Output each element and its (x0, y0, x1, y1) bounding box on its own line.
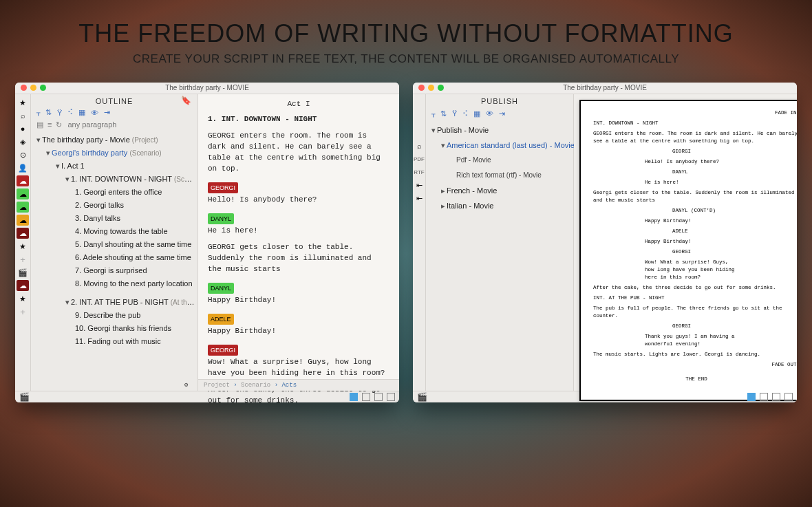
close-icon[interactable] (418, 85, 425, 91)
slugline[interactable]: 1. INT. DOWNTOWN - NIGHT (208, 114, 389, 125)
eye-icon[interactable]: 👁 (486, 109, 493, 118)
tree-scene1[interactable]: ▾1. INT. DOWNTOWN - NIGHT (Scene 1) (34, 173, 195, 186)
action-para[interactable]: GEORGI enters the room. The room is dark… (208, 130, 389, 174)
clapboard-icon[interactable]: 🎬 (417, 392, 427, 402)
list-icon[interactable]: ▤ (36, 120, 43, 129)
user-icon[interactable]: 👤 (17, 162, 29, 173)
action2-icon[interactable]: ★ (17, 293, 29, 304)
clapboard-icon[interactable]: 🎬 (19, 392, 30, 402)
bookmark-icon[interactable]: ◈ (17, 136, 29, 147)
outline-tree[interactable]: ▾The birthday party - Movie (Project) ▾G… (31, 132, 197, 391)
layout-toggle-1[interactable] (747, 393, 756, 401)
search-icon[interactable]: ⌕ (17, 110, 29, 121)
tree-act1[interactable]: ▾I. Act 1 (34, 160, 195, 173)
dialogue-line[interactable]: Wow! What a surprise! Guys, how long hav… (208, 356, 389, 378)
fade-in: FADE IN: (593, 109, 797, 117)
character-tag-danyl[interactable]: DANYL (208, 283, 234, 294)
editor-breadcrumb: ⚙ Project › Scenario › Acts (198, 379, 399, 391)
maximize-icon[interactable] (438, 85, 444, 91)
publish-tree[interactable]: ▾Publish - Movie ▾American standard (las… (426, 120, 573, 391)
share-icon[interactable]: ⠪ (67, 108, 73, 117)
expand-icon[interactable]: ⇅ (45, 108, 52, 117)
character-tag-georgi[interactable]: GEORGI (208, 345, 238, 356)
window-publish: The birthday party - MOVIE ⌕ PDF RTF ⇤ ⇤… (413, 83, 797, 402)
branch-icon[interactable]: Ÿ (57, 109, 62, 117)
tree-beat[interactable]: 11. Fading out with music (34, 335, 195, 348)
expand-icon[interactable]: ⇅ (440, 109, 447, 118)
publish-rtf[interactable]: Rich text format (rtf) - Movie (429, 168, 570, 183)
tree-beat[interactable]: 1. Georgi enters the office (34, 186, 195, 199)
tree-scenario[interactable]: ▾Georgi's birthday party (Scenario) (34, 147, 195, 160)
publish-pdf[interactable]: Pdf - Movie (429, 153, 570, 168)
export-icon[interactable]: ⇥ (499, 109, 505, 118)
grid-icon[interactable]: ▦ (473, 109, 480, 118)
eye-icon[interactable]: 👁 (91, 109, 98, 117)
dialogue-red-icon[interactable]: ☁ (17, 175, 29, 186)
tree-project[interactable]: ▾The birthday party - Movie (Project) (34, 133, 195, 147)
dialogue-orange-icon[interactable]: ☁ (17, 215, 29, 226)
close-icon[interactable] (21, 85, 27, 91)
pdf-icon[interactable]: PDF (413, 153, 425, 164)
publish-root[interactable]: ▾Publish - Movie (429, 122, 570, 138)
tree-icon[interactable]: ᚁ (431, 109, 435, 118)
the-end: THE END (593, 376, 797, 383)
tree-beat[interactable]: 3. Danyl talks (34, 212, 195, 225)
publish-italian[interactable]: ▸Italian - Movie (429, 198, 570, 213)
add-icon[interactable]: + (17, 254, 29, 265)
share-icon[interactable]: ⠪ (462, 109, 468, 118)
running-icon[interactable]: ★ (17, 97, 29, 108)
tree-scene2[interactable]: ▾2. INT. AT THE PUB - NIGHT (At the pub) (34, 296, 195, 309)
action-para[interactable]: GEORGI gets closer to the table. Suddenl… (208, 241, 389, 274)
layout-toggle-4[interactable] (784, 393, 793, 401)
character: DANYL (CONT'D) (672, 207, 797, 215)
lines-icon[interactable]: ≡ (47, 120, 52, 129)
search-icon[interactable]: ⌕ (413, 140, 425, 151)
title-bar: The birthday party - MOVIE (413, 83, 797, 94)
dialogue-line[interactable]: Happy Birthday! (208, 325, 389, 336)
export-icon[interactable]: ⇥ (104, 108, 110, 117)
dialogue-green2-icon[interactable]: ☁ (17, 202, 29, 213)
script-editor[interactable]: Act I 1. INT. DOWNTOWN - NIGHT GEORGI en… (198, 94, 399, 391)
character-tag-adele[interactable]: ADELE (208, 314, 234, 325)
layout-toggle-2[interactable] (760, 393, 768, 401)
dialogue-line[interactable]: Happy Birthday! (208, 294, 389, 305)
tree-beat[interactable]: 8. Moving to the next party location (34, 277, 195, 290)
tree-beat[interactable]: 10. Georgi thanks his friends (34, 322, 195, 335)
export-icon[interactable]: ⇤ (413, 180, 425, 191)
filter-input[interactable] (66, 120, 158, 129)
character-tag-danyl[interactable]: DANYL (208, 213, 234, 224)
bookmark-ribbon-icon[interactable]: 🔖 (181, 96, 192, 105)
tree-icon[interactable]: ᚁ (36, 108, 40, 117)
action: The pub is full of people. The three fri… (593, 305, 797, 320)
tree-beat[interactable]: 9. Describe the pub (34, 309, 195, 322)
publish-toolbar: ᚁ ⇅ Ÿ ⠪ ▦ 👁 ⇥ (426, 107, 573, 120)
dialogue: Happy Birthday! (645, 238, 779, 246)
publish-american[interactable]: ▾American standard (last used) - Movie (429, 138, 570, 153)
clap-icon[interactable]: 🎬 (17, 267, 29, 278)
action-icon[interactable]: ★ (17, 241, 29, 252)
dialogue-line[interactable]: Hello! Is anybody there? (208, 194, 389, 205)
publish-french[interactable]: ▸French - Movie (429, 183, 570, 198)
dialogue-darkred2-icon[interactable]: ☁ (17, 280, 29, 291)
layout-toggle-3[interactable] (772, 393, 780, 401)
refresh-icon[interactable]: ↻ (56, 120, 62, 129)
tree-beat[interactable]: 4. Moving towards the table (34, 225, 195, 238)
tree-beat[interactable]: 2. Georgi talks (34, 199, 195, 212)
dialogue-green-icon[interactable]: ☁ (17, 188, 29, 199)
add2-icon[interactable]: + (17, 306, 29, 317)
tree-beat[interactable]: 6. Adele shouting at the same time (34, 251, 195, 264)
tree-beat[interactable]: 7. Georgi is surprised (34, 264, 195, 277)
minimize-icon[interactable] (30, 85, 36, 91)
minimize-icon[interactable] (428, 85, 434, 91)
dot-icon[interactable]: ● (17, 123, 29, 134)
pin-icon[interactable]: ⊙ (17, 149, 29, 160)
grid-icon[interactable]: ▦ (78, 108, 85, 117)
dialogue-darkred-icon[interactable]: ☁ (17, 228, 29, 239)
branch-icon[interactable]: Ÿ (452, 109, 457, 118)
rtf-icon[interactable]: RTF (413, 166, 425, 177)
tree-beat[interactable]: 5. Danyl shouting at the same time (34, 238, 195, 251)
dialogue-line[interactable]: He is here! (208, 225, 389, 236)
maximize-icon[interactable] (40, 85, 46, 91)
export2-icon[interactable]: ⇤ (413, 193, 425, 204)
character-tag-georgi[interactable]: GEORGI (208, 182, 238, 193)
